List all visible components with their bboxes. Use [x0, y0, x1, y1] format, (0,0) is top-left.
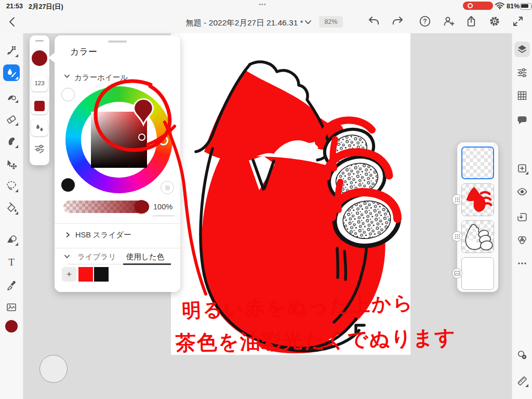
no-color-button[interactable] — [161, 181, 174, 194]
tool-eraser[interactable] — [3, 111, 20, 127]
ruler-button[interactable] — [514, 373, 530, 389]
add-layer-icon — [516, 163, 528, 174]
ruler-icon — [516, 375, 528, 387]
color-panel: カラー カラーホイール 100% HSB スライダー ライブラリ 使用した色 + — [55, 35, 180, 292]
panel-grid-button[interactable] — [514, 88, 530, 103]
library-section-chevron-icon[interactable] — [64, 254, 70, 259]
import-button[interactable] — [514, 209, 530, 225]
touch-shortcut[interactable] — [39, 355, 68, 383]
help-icon[interactable]: ? — [419, 15, 431, 28]
numeric-button-label: 123 — [34, 80, 44, 86]
layer2-preview — [462, 184, 494, 216]
undo-icon[interactable] — [368, 15, 380, 28]
title-chevron-down-icon[interactable] — [304, 20, 312, 25]
layers-icon — [516, 44, 528, 55]
properties-icon — [516, 67, 528, 78]
swatch-black[interactable] — [94, 267, 109, 282]
hsb-section-chevron-icon[interactable] — [65, 232, 71, 238]
opacity-value-underline — [153, 216, 175, 216]
swatch-red[interactable] — [78, 267, 93, 282]
panel-properties-button[interactable] — [514, 65, 530, 81]
opacity-value[interactable]: 100% — [153, 203, 172, 211]
status-date: 2月27日(日) — [29, 3, 63, 11]
color-adjust-button[interactable] — [514, 232, 530, 248]
handwritten-note-line2: 茶色を油彩光たくでぬります — [175, 323, 456, 357]
add-layer-button[interactable] — [514, 161, 530, 176]
redo-icon[interactable] — [391, 15, 404, 28]
pixel-layer-badge-icon — [452, 231, 462, 242]
livestream-icon — [516, 349, 528, 361]
share-icon[interactable] — [465, 15, 477, 28]
toolbar-current-color[interactable] — [5, 320, 18, 332]
zoom-level-badge[interactable]: 82% — [319, 16, 343, 28]
layer-thumbnail-4[interactable] — [461, 257, 494, 290]
import-icon — [516, 211, 528, 223]
tool-live-brush[interactable] — [3, 64, 20, 81]
tool-lasso-select[interactable] — [3, 177, 20, 194]
livestream-button[interactable] — [514, 347, 530, 363]
layer-thumbnail-2[interactable] — [461, 183, 494, 216]
eye-icon — [516, 186, 528, 197]
layer-visibility-button[interactable] — [514, 184, 530, 200]
brush-settings-button[interactable] — [33, 142, 46, 155]
screen-recording-indicator[interactable] — [463, 2, 493, 10]
panel-layers-button[interactable] — [514, 42, 530, 57]
settings-icon[interactable] — [488, 15, 501, 28]
color-chip-button[interactable] — [31, 98, 48, 114]
invite-icon[interactable] — [443, 15, 455, 28]
more-dots-icon — [516, 258, 528, 269]
document-title[interactable]: 無題 - 2022年2月27日 21.46.31 * — [185, 18, 303, 29]
black-color-button[interactable] — [61, 178, 75, 192]
more-options-button[interactable] — [514, 256, 530, 271]
tool-text[interactable]: T — [3, 254, 20, 271]
white-color-button[interactable] — [61, 88, 75, 101]
blend-circles-icon — [516, 234, 528, 246]
battery-percent: 81% — [507, 3, 520, 10]
tab-library[interactable]: ライブラリ — [77, 252, 116, 262]
water-drops-icon — [34, 123, 45, 133]
back-icon[interactable] — [8, 17, 17, 27]
layer3-preview — [462, 221, 494, 252]
wheel-section-label[interactable]: カラーホイール — [74, 73, 128, 83]
opacity-slider-knob[interactable] — [135, 200, 148, 214]
numeric-button[interactable]: 123 — [31, 75, 48, 91]
zoom-level-value: 82% — [324, 18, 337, 25]
sliders-icon — [33, 142, 46, 155]
panel-comment-button[interactable] — [514, 112, 530, 128]
record-dot-icon — [468, 3, 473, 8]
clock: 21:53 — [6, 3, 23, 10]
svg-text:?: ? — [423, 18, 427, 25]
tab-used-colors[interactable]: 使用した色 — [126, 252, 164, 262]
add-swatch-button[interactable]: + — [62, 267, 76, 282]
popup-anchor-arrow — [48, 52, 55, 63]
tool-move[interactable] — [3, 156, 20, 173]
wheel-section-chevron-icon[interactable] — [64, 74, 70, 79]
drag-handle[interactable] — [108, 41, 127, 43]
hsb-section-label[interactable]: HSB スライダー — [75, 230, 131, 240]
tool-options-bar: 123 — [30, 35, 49, 165]
tool-fill[interactable] — [3, 200, 20, 216]
battery-icon — [520, 3, 531, 10]
tool-smudge[interactable] — [3, 133, 20, 150]
fullscreen-icon[interactable] — [512, 15, 524, 28]
wifi-icon — [495, 2, 504, 9]
tool-mixer-brush[interactable] — [3, 88, 20, 104]
multitask-dots-icon[interactable]: ••• — [259, 1, 267, 7]
color-drag-pin[interactable] — [132, 97, 155, 127]
hue-selector[interactable] — [158, 136, 168, 145]
comment-icon — [516, 114, 528, 126]
tool-shapes[interactable] — [3, 231, 20, 247]
tool-place-image[interactable] — [3, 299, 20, 315]
image-layer-badge-icon — [452, 268, 462, 278]
color-chip — [34, 101, 45, 111]
tool-eyedropper[interactable] — [3, 277, 20, 294]
drag-handle[interactable] — [35, 40, 44, 42]
water-flow-button[interactable] — [31, 119, 48, 136]
active-tab-underline — [123, 263, 171, 265]
sb-selector[interactable] — [138, 134, 145, 141]
active-color-swatch[interactable] — [32, 50, 47, 66]
layer-thumbnail-1[interactable] — [461, 147, 494, 179]
pixel-layer-badge-icon — [452, 194, 462, 205]
tool-pixel-brush[interactable] — [3, 42, 20, 59]
layer-thumbnail-3[interactable] — [461, 220, 494, 253]
